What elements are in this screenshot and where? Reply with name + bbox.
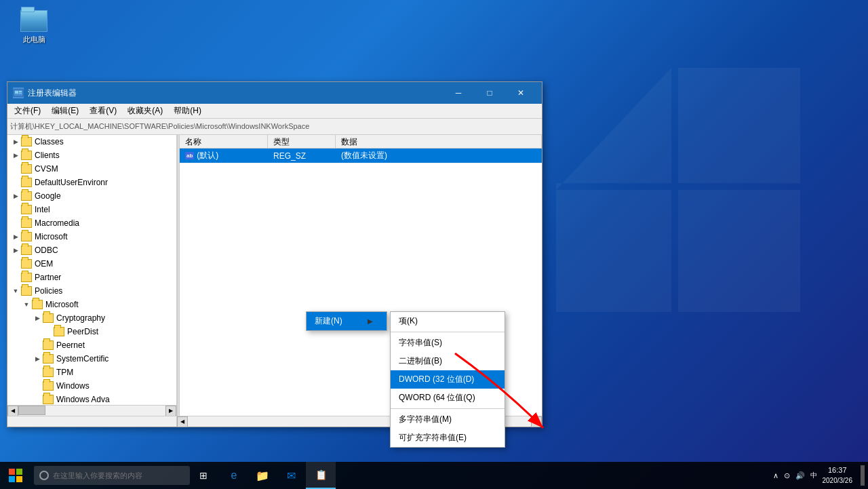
tree-item-odbc[interactable]: ▶ ODBC (7, 243, 176, 257)
address-bar: 计算机\HKEY_LOCAL_MACHINE\SOFTWARE\Policies… (7, 119, 542, 135)
window-title: 注册表编辑器 (28, 87, 443, 99)
tree-label-microsoft-policies: Microsoft (45, 300, 79, 309)
expand-icon-odbc[interactable]: ▶ (10, 245, 21, 256)
tree-item-peerdist[interactable]: ▶ PeerDist (7, 325, 176, 338)
expand-icon-systemcertific[interactable]: ▶ (32, 353, 43, 364)
tree-item-macromedia[interactable]: ▶ Macromedia (7, 216, 176, 230)
tree-item-policies[interactable]: ▼ Policies (7, 284, 176, 298)
tree-label-macromedia: Macromedia (35, 218, 79, 228)
taskbar-ie[interactable]: e (220, 462, 248, 489)
tree-item-clients[interactable]: ▶ Clients (7, 149, 176, 162)
tree-item-google[interactable]: ▶ Google (7, 189, 176, 203)
submenu-item-binary[interactable]: 二进制值(B) (391, 352, 505, 370)
tree-hscroll-left[interactable]: ◀ (7, 406, 18, 416)
submenu-item-multistring[interactable]: 多字符串值(M) (391, 410, 505, 429)
tray-volume[interactable]: 🔊 (795, 471, 805, 480)
submenu-item-dword[interactable]: DWORD (32 位值(D) (391, 370, 505, 389)
tree-item-tpm[interactable]: ▶ TPM (7, 366, 176, 379)
desktop-icon-mycomputer[interactable]: 此电脑 (10, 10, 58, 45)
folder-icon-peerdist (54, 327, 64, 336)
expand-icon-cryptography[interactable]: ▶ (32, 313, 43, 324)
show-desktop-button[interactable] (861, 465, 865, 486)
taskbar-regedit[interactable]: 📋 (306, 462, 336, 489)
menu-view[interactable]: 查看(V) (84, 104, 122, 119)
col-header-data: 数据 (336, 135, 542, 149)
value-hscroll-left[interactable]: ◀ (177, 416, 188, 427)
tree-item-intel[interactable]: ▶ Intel (7, 203, 176, 216)
tree-item-defaultuser[interactable]: ▶ DefaultUserEnvironr (7, 176, 176, 189)
tray-expand[interactable]: ∧ (773, 471, 778, 480)
tree-label-odbc: ODBC (35, 246, 58, 255)
value-header: 名称 类型 数据 (180, 135, 542, 149)
tray-network[interactable]: ⊙ (784, 471, 790, 480)
taskbar-mail[interactable]: ✉ (277, 462, 304, 489)
mycomputer-icon (20, 10, 47, 32)
tree-label-google: Google (35, 191, 61, 201)
tree-item-systemcertific[interactable]: ▶ SystemCertific (7, 352, 176, 366)
search-input[interactable] (53, 471, 175, 480)
tree-hscroll[interactable]: ◀ ▶ (7, 405, 176, 416)
tree-item-microsoft-policies[interactable]: ▼ Microsoft (7, 298, 176, 311)
expand-icon-google[interactable]: ▶ (10, 191, 21, 201)
submenu-item-qword[interactable]: QWORD (64 位值(Q) (391, 389, 505, 407)
desktop: 此电脑 注册表编辑器 ─ □ ✕ 文件(F) 编辑(E) (0, 0, 868, 489)
tree-item-microsoft-top[interactable]: ▶ Microsoft (7, 230, 176, 243)
taskview-button[interactable]: ⊞ (190, 462, 217, 489)
tray-ime[interactable]: 中 (810, 471, 817, 480)
submenu-item-key[interactable]: 项(K) (391, 312, 505, 330)
expand-icon-classes[interactable]: ▶ (10, 136, 21, 147)
tree-item-peernet[interactable]: ▶ Peernet (7, 338, 176, 352)
svg-rect-3 (19, 93, 22, 94)
window-titlebar: 注册表编辑器 ─ □ ✕ (7, 82, 542, 104)
expand-icon-microsoft-top[interactable]: ▶ (10, 231, 21, 242)
minimize-button[interactable]: ─ (443, 82, 474, 104)
tree-label-oem: OEM (35, 259, 53, 269)
folder-icon-peernet (43, 340, 54, 350)
folder-icon-classes (21, 137, 32, 146)
tree-label-cvsm: CVSM (35, 164, 58, 174)
submenu-new: 项(K) 字符串值(S) 二进制值(B) DWORD (32 位值(D) QWO… (390, 311, 505, 448)
tree-hscroll-right[interactable]: ▶ (165, 406, 176, 416)
tree-item-windows[interactable]: ▶ Windows (7, 379, 176, 393)
tree-item-cvsm[interactable]: ▶ CVSM (7, 162, 176, 176)
menu-edit[interactable]: 编辑(E) (46, 104, 84, 119)
ab-icon: ab (185, 152, 194, 159)
taskbar-datetime[interactable]: 16:37 2020/3/26 (823, 465, 853, 485)
app-icon (13, 87, 24, 98)
tree-scroll[interactable]: ▶ Classes ▶ Clients ▶ CVSM (7, 135, 176, 405)
taskbar-explorer[interactable]: 📁 (249, 462, 276, 489)
start-button[interactable] (0, 462, 31, 489)
value-row-default[interactable]: ab (默认) REG_SZ (数值未设置) (180, 149, 542, 163)
tree-item-windows-adva[interactable]: ▶ Windows Adva (7, 393, 176, 405)
tree-label-peerdist: PeerDist (67, 327, 98, 336)
tree-label-windows-adva: Windows Adva (56, 395, 110, 404)
expand-icon-microsoft-policies[interactable]: ▼ (21, 299, 32, 310)
expand-icon-policies[interactable]: ▼ (10, 286, 21, 296)
menu-favorites[interactable]: 收藏夹(A) (122, 104, 168, 119)
submenu-arrow-icon: ▶ (368, 317, 373, 325)
tree-label-defaultuser: DefaultUserEnvironr (35, 178, 108, 187)
submenu-item-string[interactable]: 字符串值(S) (391, 334, 505, 352)
submenu-item-expandstring[interactable]: 可扩充字符串值(E) (391, 429, 505, 447)
regedit-taskbar-icon: 📋 (315, 469, 327, 480)
value-hscroll-right[interactable]: ▶ (531, 416, 542, 427)
tree-item-oem[interactable]: ▶ OEM (7, 257, 176, 271)
close-button[interactable]: ✕ (505, 82, 536, 104)
context-menu-item-new[interactable]: 新建(N) ▶ (307, 312, 387, 330)
taskbar-search[interactable] (34, 466, 190, 485)
tree-label-cryptography: Cryptography (56, 313, 105, 323)
maximize-button[interactable]: □ (474, 82, 505, 104)
menu-file[interactable]: 文件(F) (9, 104, 46, 119)
tree-pane: ▶ Classes ▶ Clients ▶ CVSM (7, 135, 177, 416)
tree-item-cryptography[interactable]: ▶ Cryptography (7, 311, 176, 325)
menu-help[interactable]: 帮助(H) (168, 104, 207, 119)
folder-icon-tpm (43, 368, 54, 377)
tree-item-classes[interactable]: ▶ Classes (7, 135, 176, 149)
tree-hscroll-track[interactable] (18, 406, 165, 416)
submenu-separator (391, 332, 505, 332)
folder-icon-intel (21, 205, 32, 214)
expand-icon-clients[interactable]: ▶ (10, 150, 21, 161)
tree-hscroll-thumb[interactable] (18, 406, 45, 415)
desktop-icon-label: 此电脑 (23, 35, 45, 45)
tree-item-partner[interactable]: ▶ Partner (7, 271, 176, 284)
